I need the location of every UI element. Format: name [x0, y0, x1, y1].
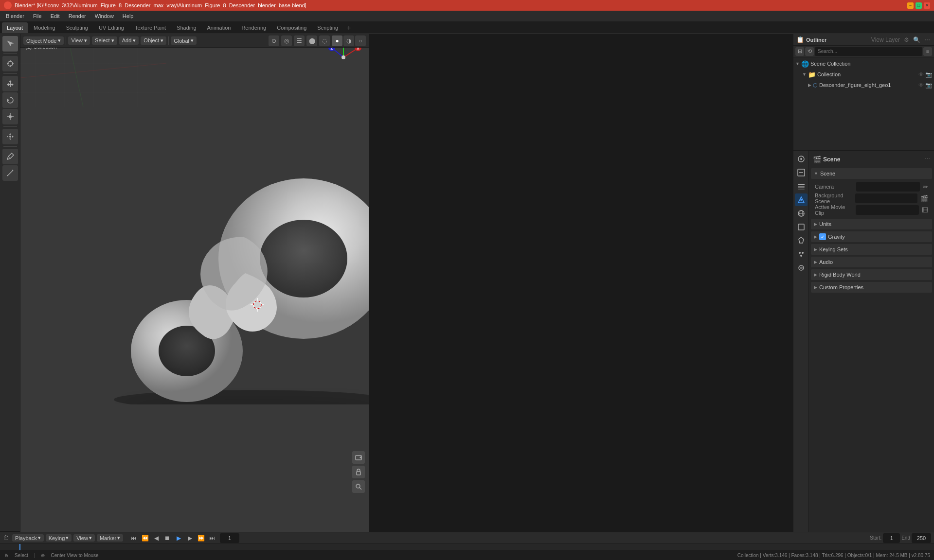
- outliner-filter-button[interactable]: ⚙: [903, 35, 910, 44]
- render-icon[interactable]: 📷: [925, 71, 932, 78]
- current-frame-display[interactable]: 1: [220, 533, 239, 543]
- play-button[interactable]: ▶: [174, 533, 183, 543]
- render-icon-2[interactable]: 📷: [925, 82, 932, 88]
- menu-file[interactable]: File: [29, 12, 46, 20]
- next-keyframe-button[interactable]: ▶: [185, 533, 195, 543]
- particles-properties-button[interactable]: [795, 248, 808, 261]
- close-button[interactable]: ✕: [924, 2, 930, 9]
- bg-scene-icon[interactable]: 🎬: [920, 195, 928, 202]
- add-workspace-button[interactable]: +: [344, 23, 354, 33]
- outliner-filter-icon[interactable]: ⊟: [795, 47, 804, 56]
- properties-options-button[interactable]: ⋯: [925, 156, 930, 162]
- tab-sculpting[interactable]: Sculpting: [61, 22, 93, 33]
- menu-window[interactable]: Window: [91, 12, 118, 20]
- end-frame-input[interactable]: 250: [912, 533, 931, 543]
- visibility-icon-2[interactable]: 👁: [918, 82, 924, 88]
- gravity-checkbox[interactable]: ✓: [819, 233, 826, 240]
- menu-render[interactable]: Render: [65, 12, 90, 20]
- keying-arrow: ▾: [66, 535, 69, 541]
- tab-animation[interactable]: Animation: [202, 22, 236, 33]
- viewport-filter-button[interactable]: ☰: [294, 35, 305, 46]
- material-shading-button[interactable]: ◑: [343, 35, 354, 46]
- audio-section-header[interactable]: ▶ Audio: [811, 257, 932, 267]
- tab-shading[interactable]: Shading: [172, 22, 201, 33]
- camera-value[interactable]: [856, 182, 920, 192]
- output-properties-button[interactable]: [795, 166, 808, 179]
- jump-to-start-button[interactable]: ⏮: [129, 533, 139, 543]
- object-properties-button[interactable]: [795, 221, 808, 233]
- scene-properties-button[interactable]: [795, 193, 808, 206]
- keying-menu[interactable]: Keying ▾: [46, 534, 72, 542]
- tab-rendering[interactable]: Rendering: [236, 22, 271, 33]
- stop-button[interactable]: ⏹: [162, 533, 172, 543]
- jump-to-end-button[interactable]: ⏭: [207, 533, 217, 543]
- start-frame-input[interactable]: 1: [883, 533, 900, 543]
- viewport-object-menu[interactable]: Object ▾: [141, 36, 166, 45]
- tab-scripting[interactable]: Scripting: [312, 22, 343, 33]
- rendered-shading-button[interactable]: ○: [355, 35, 366, 46]
- viewport-proportional-button[interactable]: ◎: [281, 35, 292, 46]
- background-scene-value[interactable]: [855, 193, 917, 203]
- cursor-tool-button[interactable]: [2, 56, 18, 71]
- render-properties-button[interactable]: [795, 153, 808, 165]
- camera-view-button[interactable]: [352, 451, 365, 464]
- outliner-sync-icon[interactable]: ⟲: [805, 47, 814, 56]
- scene-section-header[interactable]: ▼ Scene: [811, 168, 932, 179]
- viewport-view-menu[interactable]: View ▾: [68, 36, 90, 45]
- world-properties-button[interactable]: [795, 207, 808, 220]
- step-forward-button[interactable]: ⏩: [196, 533, 206, 543]
- view-layer-properties-button[interactable]: [795, 180, 808, 192]
- keying-sets-section-header[interactable]: ▶ Keying Sets: [811, 244, 932, 255]
- tab-layout[interactable]: Layout: [2, 22, 28, 33]
- outliner-search-button[interactable]: 🔍: [912, 35, 921, 44]
- gravity-section-header[interactable]: ▶ ✓ Gravity: [811, 231, 932, 242]
- visibility-icon[interactable]: 👁: [918, 71, 924, 78]
- lock-camera-button[interactable]: [352, 466, 365, 478]
- marker-menu[interactable]: Marker ▾: [97, 534, 123, 542]
- select-tool-button[interactable]: [2, 36, 18, 52]
- menu-help[interactable]: Help: [119, 12, 138, 20]
- viewport-add-menu[interactable]: Add ▾: [119, 36, 139, 45]
- modifier-properties-button[interactable]: [795, 234, 808, 247]
- playback-menu[interactable]: Playback ▾: [12, 534, 44, 542]
- units-section-header[interactable]: ▶ Units: [811, 219, 932, 229]
- menu-blender[interactable]: Blender: [2, 12, 28, 20]
- measure-tool-button[interactable]: [2, 165, 18, 181]
- menu-edit[interactable]: Edit: [47, 12, 64, 20]
- minimize-button[interactable]: −: [907, 2, 914, 9]
- move-tool-button[interactable]: [2, 76, 18, 91]
- active-movie-clip-value[interactable]: [856, 205, 919, 215]
- annotate-tool-button[interactable]: [2, 149, 18, 164]
- tab-compositing[interactable]: Compositing: [272, 22, 311, 33]
- viewport-snap-button[interactable]: ⊙: [269, 35, 279, 46]
- tab-uv-editing[interactable]: UV Editing: [94, 22, 129, 33]
- tab-modeling[interactable]: Modeling: [29, 22, 60, 33]
- global-local-toggle[interactable]: Global ▾: [171, 36, 197, 45]
- rigid-body-world-section-header[interactable]: ▶ Rigid Body World: [811, 269, 932, 280]
- search-button[interactable]: [352, 480, 365, 493]
- viewport-xray-button[interactable]: ◌: [319, 35, 330, 46]
- transform-tool-button[interactable]: [2, 129, 18, 144]
- viewport-mode-dropdown[interactable]: Object Mode ▾: [23, 36, 64, 45]
- viewport-select-menu[interactable]: Select ▾: [92, 36, 117, 45]
- physics-properties-button[interactable]: [795, 262, 808, 274]
- scale-tool-button[interactable]: [2, 109, 18, 124]
- outliner-search-input[interactable]: [815, 47, 922, 56]
- outliner-sort-icon[interactable]: ≡: [923, 47, 932, 56]
- step-back-button[interactable]: ⏪: [140, 533, 150, 543]
- scene-collection-item[interactable]: ▼ 🌐 Scene Collection: [793, 58, 934, 69]
- mesh-object-item[interactable]: ▶ ⬡ Descender_figure_eight_geo1 👁 📷: [793, 80, 934, 90]
- outliner-options-button[interactable]: ⋯: [923, 35, 931, 44]
- solid-shading-button[interactable]: ●: [332, 35, 342, 46]
- rotate-tool-button[interactable]: [2, 92, 18, 108]
- custom-properties-section-header[interactable]: ▶ Custom Properties: [811, 282, 932, 293]
- camera-pick-icon[interactable]: ✏: [923, 183, 928, 191]
- view-menu[interactable]: View ▾: [73, 534, 95, 542]
- viewport-overlay-button[interactable]: ⬤: [306, 35, 317, 46]
- clip-icon-2[interactable]: 🎞: [922, 207, 928, 214]
- maximize-button[interactable]: □: [916, 2, 922, 9]
- prev-keyframe-button[interactable]: ◀: [151, 533, 161, 543]
- tab-texture-paint[interactable]: Texture Paint: [130, 22, 171, 33]
- collection-item[interactable]: ▼ 📁 Collection 👁 📷: [793, 69, 934, 80]
- 3d-viewport[interactable]: User Perspective (Local) (1) Collection: [20, 34, 369, 532]
